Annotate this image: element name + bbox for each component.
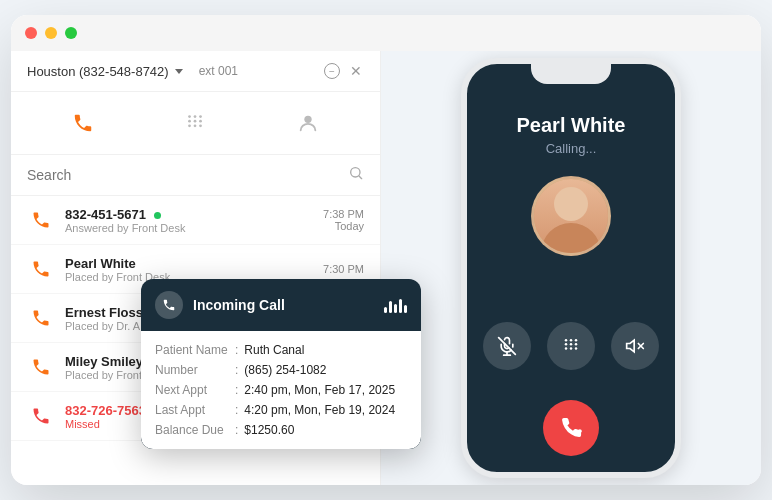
- phone-number-label: Houston (832-548-8742): [27, 64, 169, 79]
- call-item[interactable]: 832-451-5671 Answered by Front Desk 7:38…: [11, 196, 380, 245]
- speaker-button[interactable]: [611, 322, 659, 370]
- svg-point-16: [575, 339, 578, 342]
- incoming-call-title: Incoming Call: [193, 297, 374, 313]
- detail-value-number: (865) 254-1082: [244, 363, 326, 377]
- avatar-person: [534, 179, 608, 253]
- search-icon: [348, 165, 364, 185]
- close-icon[interactable]: ✕: [348, 63, 364, 79]
- traffic-light-red[interactable]: [25, 27, 37, 39]
- svg-point-6: [189, 124, 192, 127]
- detail-row-patient: Patient Name : Ruth Canal: [155, 343, 407, 357]
- detail-value-last-appt: 4:20 pm, Mon, Feb 19, 2024: [244, 403, 395, 417]
- incoming-call-header: Incoming Call: [141, 279, 421, 331]
- online-dot: [154, 212, 161, 219]
- title-bar: [11, 15, 761, 51]
- incoming-call-details: Patient Name : Ruth Canal Number : (865)…: [141, 331, 421, 449]
- detail-value-balance: $1250.60: [244, 423, 294, 437]
- contacts-icon: [297, 112, 319, 134]
- traffic-light-green[interactable]: [65, 27, 77, 39]
- placed-call-icon: [27, 353, 55, 381]
- placed-call-icon: [27, 255, 55, 283]
- phone-mockup-panel: Pearl White Calling...: [381, 51, 761, 485]
- ext-label: ext 001: [199, 64, 238, 78]
- svg-point-18: [570, 343, 573, 346]
- svg-point-9: [304, 116, 311, 123]
- call-info: 832-451-5671 Answered by Front Desk: [65, 207, 323, 234]
- answered-call-icon: [27, 206, 55, 234]
- topbar-icons: − ✕: [324, 63, 364, 79]
- call-name: Pearl White: [65, 256, 323, 271]
- svg-point-8: [200, 124, 203, 127]
- phone-icon: [72, 112, 94, 134]
- avatar-head: [554, 187, 588, 221]
- end-call-button[interactable]: [543, 400, 599, 456]
- phone-nav: [11, 92, 380, 155]
- minimize-icon[interactable]: −: [324, 63, 340, 79]
- phone-notch: [531, 64, 611, 84]
- nav-calls-button[interactable]: [27, 104, 139, 142]
- search-input[interactable]: [27, 167, 340, 183]
- svg-point-15: [570, 339, 573, 342]
- detail-label-last-appt: Last Appt: [155, 403, 235, 417]
- chevron-down-icon: [175, 69, 183, 74]
- svg-point-21: [570, 347, 573, 350]
- svg-point-20: [565, 347, 568, 350]
- call-name: 832-451-5671: [65, 207, 323, 222]
- svg-point-2: [200, 115, 203, 118]
- wave-icon: [384, 297, 407, 313]
- call-action-buttons: [483, 322, 659, 370]
- mute-button[interactable]: [483, 322, 531, 370]
- svg-point-22: [575, 347, 578, 350]
- detail-value-patient: Ruth Canal: [244, 343, 304, 357]
- svg-point-4: [194, 120, 197, 123]
- placed-call-icon: [27, 304, 55, 332]
- main-content: Houston (832-548-8742) ext 001 − ✕: [11, 51, 761, 485]
- phone-number-selector[interactable]: Houston (832-548-8742): [27, 64, 183, 79]
- detail-label-balance: Balance Due: [155, 423, 235, 437]
- traffic-light-yellow[interactable]: [45, 27, 57, 39]
- app-window: Houston (832-548-8742) ext 001 − ✕: [11, 15, 761, 485]
- svg-point-1: [194, 115, 197, 118]
- nav-keypad-button[interactable]: [139, 104, 251, 142]
- svg-point-0: [189, 115, 192, 118]
- keypad-button[interactable]: [547, 322, 595, 370]
- call-time: 7:30 PM: [323, 263, 364, 275]
- detail-row-balance: Balance Due : $1250.60: [155, 423, 407, 437]
- phone-screen: Pearl White Calling...: [467, 84, 675, 472]
- avatar-body: [541, 223, 601, 253]
- svg-point-14: [565, 339, 568, 342]
- missed-call-icon: [27, 402, 55, 430]
- incoming-phone-icon: [155, 291, 183, 319]
- detail-row-last-appt: Last Appt : 4:20 pm, Mon, Feb 19, 2024: [155, 403, 407, 417]
- detail-label-next-appt: Next Appt: [155, 383, 235, 397]
- caller-avatar: [531, 176, 611, 256]
- keypad-icon: [184, 112, 206, 134]
- phone-device: Pearl White Calling...: [461, 58, 681, 478]
- svg-point-19: [575, 343, 578, 346]
- search-bar: [11, 155, 380, 196]
- svg-point-17: [565, 343, 568, 346]
- incoming-call-popup: Incoming Call Patient Name : Ruth Canal: [141, 279, 421, 449]
- detail-row-number: Number : (865) 254-1082: [155, 363, 407, 377]
- detail-row-next-appt: Next Appt : 2:40 pm, Mon, Feb 17, 2025: [155, 383, 407, 397]
- detail-label-patient: Patient Name: [155, 343, 235, 357]
- call-sub: Answered by Front Desk: [65, 222, 323, 234]
- svg-point-3: [189, 120, 192, 123]
- phone-panel: Houston (832-548-8742) ext 001 − ✕: [11, 51, 381, 485]
- calling-status: Calling...: [546, 141, 597, 156]
- svg-marker-23: [627, 340, 635, 352]
- svg-point-7: [194, 124, 197, 127]
- svg-point-5: [200, 120, 203, 123]
- detail-value-next-appt: 2:40 pm, Mon, Feb 17, 2025: [244, 383, 395, 397]
- detail-label-number: Number: [155, 363, 235, 377]
- nav-contacts-button[interactable]: [252, 104, 364, 142]
- caller-name: Pearl White: [517, 114, 626, 137]
- call-time: 7:38 PM Today: [323, 208, 364, 232]
- phone-topbar: Houston (832-548-8742) ext 001 − ✕: [11, 51, 380, 92]
